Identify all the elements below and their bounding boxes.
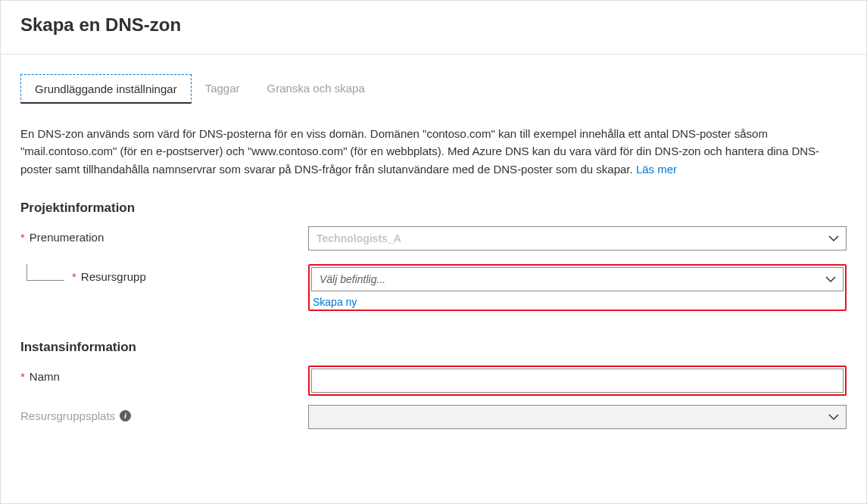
chevron-down-icon <box>825 273 837 285</box>
chevron-down-icon <box>828 232 840 244</box>
page-title: Skapa en DNS-zon <box>1 1 866 54</box>
control-resource-group-highlight: Välj befintlig... Skapa ny <box>308 264 847 311</box>
section-heading-project: Projektinformation <box>20 201 847 216</box>
tab-basic-settings[interactable]: Grundläggande inställningar <box>20 74 192 104</box>
row-location: Resursgruppsplats i <box>20 405 847 437</box>
resource-group-select[interactable]: Välj befintlig... <box>311 267 844 291</box>
create-dns-zone-panel: Skapa en DNS-zon Grundläggande inställni… <box>0 0 867 504</box>
info-icon[interactable]: i <box>120 410 131 422</box>
label-name-text: Namn <box>30 370 60 383</box>
create-new-resource-group-link[interactable]: Skapa ny <box>313 296 357 308</box>
required-marker: * <box>20 370 25 383</box>
resource-group-placeholder: Välj befintlig... <box>320 273 825 285</box>
subscription-select[interactable]: Technologists_A <box>308 226 847 250</box>
label-location: Resursgruppsplats i <box>20 405 308 422</box>
control-name-highlight <box>308 366 847 396</box>
location-select <box>308 405 847 429</box>
label-location-text: Resursgruppsplats <box>20 409 115 422</box>
label-resource-group: * Resursgrupp <box>20 264 308 285</box>
tab-tags[interactable]: Taggar <box>192 74 254 104</box>
control-location <box>308 405 847 429</box>
label-resource-group-text: Resursgrupp <box>81 270 146 283</box>
label-subscription-text: Prenumeration <box>30 231 104 244</box>
row-name: * Namn <box>20 366 847 397</box>
content-area: Grundläggande inställningar Taggar Grans… <box>1 54 866 459</box>
chevron-down-icon <box>828 411 840 423</box>
row-subscription: * Prenumeration Technologists_A <box>20 226 847 258</box>
label-subscription: * Prenumeration <box>20 226 308 244</box>
description-body: En DNS-zon används som värd för DNS-post… <box>20 127 819 176</box>
row-resource-group: * Resursgrupp Välj befintlig... Skapa ny <box>20 264 847 311</box>
required-marker: * <box>72 270 76 283</box>
learn-more-link[interactable]: Läs mer <box>636 163 677 176</box>
control-subscription: Technologists_A <box>308 226 847 250</box>
required-marker: * <box>20 231 25 244</box>
tab-review-create[interactable]: Granska och skapa <box>254 74 379 104</box>
label-name: * Namn <box>20 366 308 383</box>
name-input[interactable] <box>311 369 844 393</box>
tabs-bar: Grundläggande inställningar Taggar Grans… <box>20 74 847 104</box>
tree-indent-line <box>27 264 64 281</box>
section-heading-instance: Instansinformation <box>20 340 847 355</box>
description-text: En DNS-zon används som värd för DNS-post… <box>20 125 846 178</box>
subscription-value: Technologists_A <box>317 232 828 244</box>
